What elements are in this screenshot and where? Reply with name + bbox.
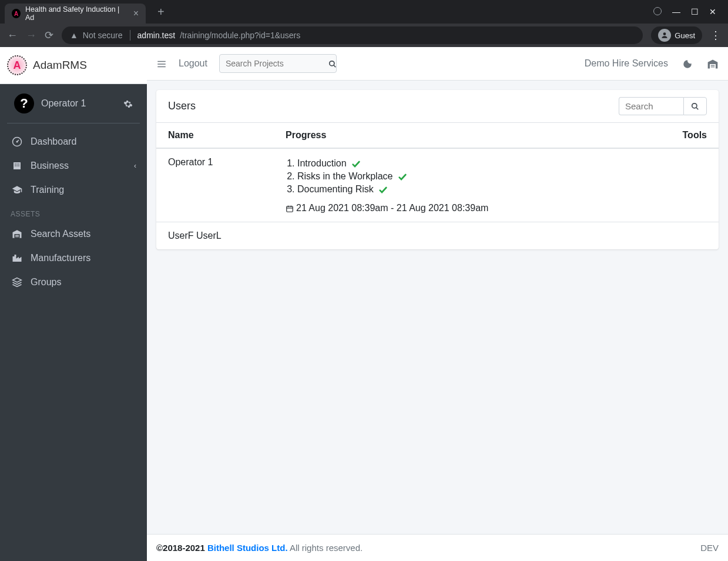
browser-tab[interactable]: A Health and Safety Induction | Ad × [5, 4, 146, 24]
progress-item: Risks in the Workplace [297, 170, 629, 183]
sidebar-item-label: Dashboard [31, 136, 76, 147]
col-name: Name [156, 123, 274, 149]
svg-line-16 [334, 65, 336, 68]
users-card: Users Name Progress Tools [156, 90, 719, 249]
reload-icon[interactable]: ⟳ [45, 29, 53, 42]
svg-rect-9 [18, 166, 19, 167]
svg-point-15 [330, 61, 334, 66]
cell-progress [274, 222, 641, 250]
sidebar-item-manufacturers[interactable]: Manufacturers [5, 246, 142, 270]
footer: ©2018-2021 Bithell Studios Ltd. All righ… [147, 534, 728, 561]
svg-rect-17 [711, 65, 715, 65]
nav-menu: Dashboard Business ‹ Training ASSETS [0, 123, 147, 561]
check-icon [398, 171, 407, 181]
search-icon[interactable] [328, 58, 337, 69]
warehouse-top-icon[interactable] [707, 57, 719, 69]
search-icon [691, 102, 699, 111]
guest-avatar-icon [658, 29, 671, 42]
tab-title: Health and Safety Induction | Ad [25, 5, 124, 22]
project-search [219, 54, 337, 73]
project-search-input[interactable] [226, 59, 328, 68]
users-table: Name Progress Tools Operator 1Introducti… [156, 122, 719, 249]
col-tools: Tools [641, 123, 719, 149]
card-title: Users [168, 100, 196, 112]
app-container: A AdamRMS ? Operator 1 Dashboard Busines… [0, 47, 728, 561]
cell-progress: Introduction Risks in the Workplace Docu… [274, 148, 641, 222]
check-icon [378, 184, 388, 194]
table-row: Operator 1Introduction Risks in the Work… [156, 148, 719, 222]
tab-close-icon[interactable]: × [133, 8, 139, 19]
graduation-cap-icon [11, 183, 24, 196]
maximize-icon[interactable]: ☐ [691, 7, 699, 16]
kebab-menu-icon[interactable]: ⋮ [710, 29, 721, 42]
logout-link[interactable]: Logout [179, 58, 207, 69]
cell-name: UserF UserL [156, 222, 274, 250]
svg-rect-10 [15, 235, 19, 236]
cell-tools [641, 222, 719, 250]
sidebar-item-label: Manufacturers [31, 253, 90, 263]
svg-line-20 [696, 108, 699, 110]
env-label: DEV [700, 543, 719, 553]
brand-name: AdamRMS [33, 59, 87, 72]
sidebar-item-label: Groups [31, 277, 61, 288]
favicon-icon: A [12, 9, 21, 18]
new-tab-button[interactable]: + [153, 3, 169, 21]
nav-header-assets: ASSETS [5, 202, 142, 222]
building-icon [11, 159, 24, 172]
copyright: ©2018-2021 [156, 543, 207, 553]
layers-icon [11, 276, 24, 288]
svg-rect-7 [15, 166, 16, 167]
check-icon [351, 158, 361, 168]
sidebar-item-search-assets[interactable]: Search Assets [5, 222, 142, 246]
svg-point-19 [692, 103, 697, 108]
content-area: Users Name Progress Tools [147, 81, 728, 534]
brand[interactable]: A AdamRMS [0, 47, 147, 84]
forward-icon: → [26, 29, 36, 42]
card-search-input[interactable] [619, 97, 683, 115]
minimize-icon[interactable]: — [672, 7, 680, 16]
dashboard-icon [11, 135, 24, 148]
svg-rect-6 [18, 164, 19, 165]
card-search-button[interactable] [683, 97, 707, 115]
sidebar-item-label: Search Assets [31, 229, 90, 239]
cell-name: Operator 1 [156, 148, 274, 222]
sidebar-item-dashboard[interactable]: Dashboard [5, 129, 142, 153]
divider [130, 30, 130, 41]
window-controls: — ☐ ✕ [653, 7, 723, 16]
progress-item: Documenting Risk [297, 183, 629, 196]
browser-nav-bar: ← → ⟳ ▲ Not secure admin.test/training/m… [0, 24, 728, 47]
sidebar-item-training[interactable]: Training [5, 178, 142, 202]
brand-logo-icon: A [7, 55, 27, 75]
topbar-right: Demo Hire Services [585, 57, 719, 69]
user-name[interactable]: Operator 1 [41, 98, 86, 109]
settings-gear-icon[interactable] [123, 98, 133, 109]
dark-mode-icon[interactable] [682, 58, 693, 70]
back-icon[interactable]: ← [7, 29, 18, 42]
user-avatar-icon: ? [14, 94, 34, 113]
rights-text: All rights reserved. [288, 543, 363, 553]
sidebar: A AdamRMS ? Operator 1 Dashboard Busines… [0, 47, 147, 561]
guest-label: Guest [675, 31, 695, 40]
company-link[interactable]: Bithell Studios Ltd. [207, 543, 288, 553]
sidebar-item-label: Business [31, 161, 69, 171]
hamburger-icon[interactable] [156, 58, 167, 70]
sidebar-item-business[interactable]: Business ‹ [5, 153, 142, 178]
guest-badge[interactable]: Guest [651, 26, 702, 44]
close-window-icon[interactable]: ✕ [709, 7, 716, 16]
svg-rect-8 [16, 166, 18, 167]
timestamp: 21 Aug 2021 08:39am - 21 Aug 2021 08:39a… [286, 203, 629, 213]
progress-item: Introduction [297, 157, 629, 170]
svg-rect-21 [287, 206, 293, 212]
table-row: UserF UserL [156, 222, 719, 250]
address-bar[interactable]: ▲ Not secure admin.test/training/module.… [62, 26, 643, 44]
account-circle-icon[interactable] [653, 7, 662, 15]
tab-bar: A Health and Safety Induction | Ad × + —… [0, 0, 728, 24]
sidebar-item-groups[interactable]: Groups [5, 270, 142, 294]
svg-point-2 [16, 141, 18, 143]
org-name[interactable]: Demo Hire Services [585, 58, 668, 69]
chevron-left-icon: ‹ [134, 162, 136, 170]
industry-icon [11, 252, 24, 264]
url-host: admin.test [137, 31, 176, 40]
col-progress: Progress [274, 123, 641, 149]
svg-rect-5 [16, 164, 18, 165]
